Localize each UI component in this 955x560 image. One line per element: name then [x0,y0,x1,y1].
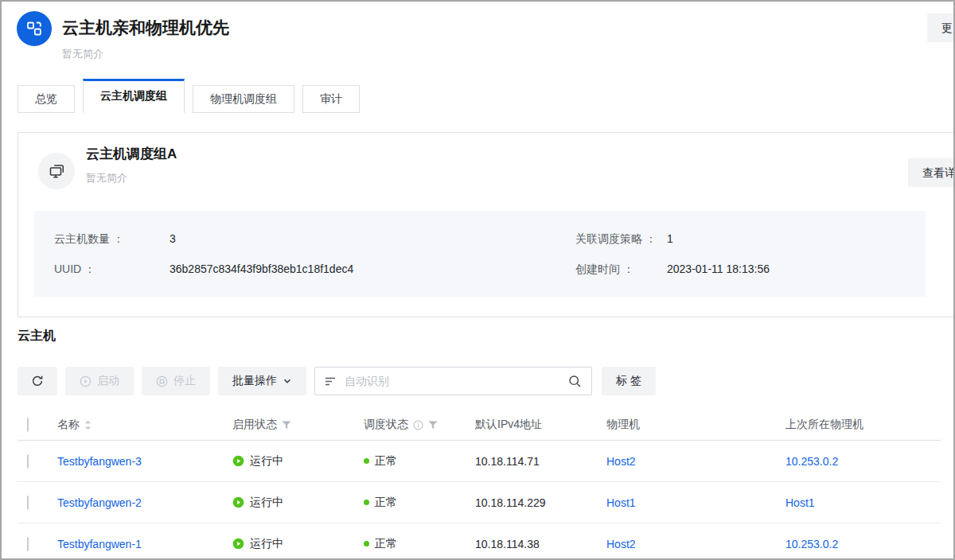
scheduling-group-icon [25,19,44,38]
normal-status-dot [364,541,369,546]
vm-search-box[interactable] [314,367,592,395]
group-name: 云主机调度组A [86,145,177,163]
table-row: Testbyfangwen-3 运行中 [18,441,941,482]
page-title: 云主机亲和物理机优先 [62,17,229,39]
running-status-icon [232,496,244,508]
create-time-value: 2023-01-11 18:13:56 [667,261,926,277]
column-ip: 默认IPv4地址 [475,418,542,430]
tag-button[interactable]: 标 签 [602,367,656,395]
column-name[interactable]: 名称 [57,418,80,432]
uuid-label: UUID ： [54,261,170,277]
tab-bar: 总览 云主机调度组 物理机调度组 审计 [18,79,360,113]
host-link[interactable]: Host2 [606,455,636,468]
row-checkbox[interactable] [27,454,29,469]
sort-icon[interactable] [84,420,92,430]
vm-ip: 10.18.114.229 [475,496,546,509]
stop-vm-label: 停止 [173,374,196,388]
normal-status-dot [364,458,369,464]
stop-vm-button[interactable]: 停止 [142,367,210,395]
uuid-value: 36b2857c834f43f9bf38eb1c18f1dec4 [170,261,575,277]
vm-name-link[interactable]: Testbyfangwen-2 [57,496,142,509]
vm-section-title: 云主机 [18,328,56,344]
vm-toolbar: 启动 停止 批量操作 [18,367,664,395]
policy-count-value: 1 [667,231,926,247]
info-icon[interactable] [413,420,423,430]
column-host: 物理机 [606,418,640,430]
sched-state-text: 正常 [375,454,397,469]
page-subtitle: 暂无简介 [62,47,103,61]
batch-actions-button[interactable]: 批量操作 [218,367,306,395]
sched-state-text: 正常 [375,496,397,510]
group-detail-card: 云主机调度组A 暂无简介 查看详情 云主机数量 ： 3 关联调度策略 ： 1 U… [18,132,955,317]
search-icon[interactable] [568,375,582,388]
scheduling-group-page: 云主机亲和物理机优先 暂无简介 更多操作 总览 云主机调度组 物理机调度组 审计… [0,0,955,560]
vm-table: 名称 启用状态 [18,410,941,560]
table-row: Testbyfangwen-2 运行中 [18,482,941,523]
tab-audit[interactable]: 审计 [302,85,360,113]
host-link[interactable]: Host2 [606,538,636,550]
group-info-panel: 云主机数量 ： 3 关联调度策略 ： 1 UUID ： 36b2857c834f… [34,211,926,297]
enable-state-text: 运行中 [250,537,283,551]
vm-name-link[interactable]: Testbyfangwen-1 [57,538,142,550]
host-link[interactable]: Host1 [606,496,636,509]
vm-ip: 10.18.114.71 [475,455,540,468]
create-time-label: 创建时间 ： [575,261,667,277]
group-avatar [38,153,75,189]
column-enable-state: 启用状态 [232,418,277,432]
group-logo [17,11,52,46]
tab-host-scheduling-group[interactable]: 物理机调度组 [193,85,294,113]
tab-overview[interactable]: 总览 [18,85,75,113]
batch-actions-label: 批量操作 [232,374,277,388]
select-all-checkbox[interactable] [27,418,29,432]
column-sched-state: 调度状态 [364,418,408,432]
row-checkbox[interactable] [27,537,29,551]
vm-count-label: 云主机数量 ： [54,231,170,247]
row-checkbox[interactable] [27,496,29,510]
vm-name-link[interactable]: Testbyfangwen-3 [57,455,142,468]
refresh-icon [31,375,44,387]
start-vm-label: 启动 [97,374,119,388]
tab-vm-scheduling-group[interactable]: 云主机调度组 [83,79,185,113]
tag-label: 标 签 [616,374,641,388]
running-status-icon [232,455,244,467]
column-last-host: 上次所在物理机 [785,418,863,430]
start-vm-button[interactable]: 启动 [65,367,134,395]
enable-state-text: 运行中 [250,496,283,510]
running-status-icon [232,538,244,550]
normal-status-dot [364,500,369,505]
view-detail-button[interactable]: 查看详情 [908,158,955,187]
sched-state-text: 正常 [375,537,397,551]
last-host-link[interactable]: 10.253.0.2 [785,538,838,550]
vm-monitor-icon [48,162,66,181]
filter-funnel-icon[interactable] [428,421,438,430]
group-description: 暂无简介 [86,171,127,185]
filter-funnel-icon[interactable] [282,421,291,430]
filter-lines-icon [325,376,336,387]
table-row: Testbyfangwen-1 运行中 [18,523,941,560]
refresh-button[interactable] [18,367,57,395]
last-host-link[interactable]: 10.253.0.2 [785,455,838,468]
vm-ip: 10.18.114.38 [475,538,540,550]
enable-state-text: 运行中 [250,454,283,469]
stop-circle-icon [156,375,168,387]
last-host-link[interactable]: Host1 [785,496,815,509]
policy-count-label: 关联调度策略 ： [575,231,667,247]
play-circle-icon [80,375,92,387]
vm-search-input[interactable] [343,374,568,388]
more-actions-button[interactable]: 更多操作 [927,14,955,42]
table-header-row: 名称 启用状态 [18,410,941,441]
chevron-down-icon [283,376,292,386]
vm-count-value: 3 [170,231,575,247]
